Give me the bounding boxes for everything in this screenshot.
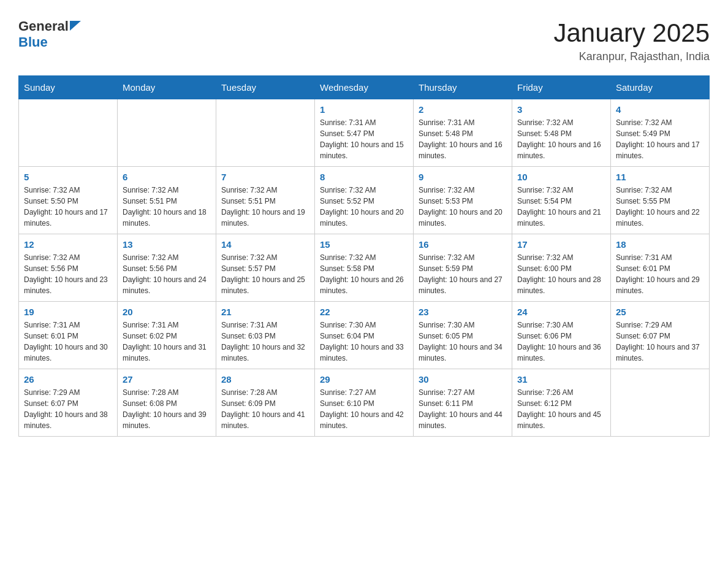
day-info: Sunrise: 7:32 AMSunset: 5:51 PMDaylight:…	[123, 185, 211, 229]
calendar-cell: 13Sunrise: 7:32 AMSunset: 5:56 PMDayligh…	[118, 234, 216, 302]
day-number: 6	[123, 172, 211, 182]
day-info: Sunrise: 7:32 AMSunset: 5:48 PMDaylight:…	[517, 117, 605, 161]
calendar-cell: 9Sunrise: 7:32 AMSunset: 5:53 PMDaylight…	[414, 167, 512, 234]
calendar-cell: 8Sunrise: 7:32 AMSunset: 5:52 PMDaylight…	[315, 167, 414, 234]
day-info: Sunrise: 7:32 AMSunset: 6:00 PMDaylight:…	[517, 252, 605, 296]
day-number: 4	[616, 104, 704, 115]
day-number: 1	[320, 104, 408, 115]
day-number: 28	[221, 374, 309, 385]
day-info: Sunrise: 7:32 AMSunset: 5:56 PMDaylight:…	[123, 252, 211, 296]
calendar-cell: 11Sunrise: 7:32 AMSunset: 5:55 PMDayligh…	[611, 167, 710, 234]
day-info: Sunrise: 7:27 AMSunset: 6:11 PMDaylight:…	[419, 387, 507, 431]
calendar-cell: 28Sunrise: 7:28 AMSunset: 6:09 PMDayligh…	[216, 369, 315, 437]
calendar-cell: 16Sunrise: 7:32 AMSunset: 5:59 PMDayligh…	[414, 234, 512, 302]
day-info: Sunrise: 7:32 AMSunset: 5:55 PMDaylight:…	[616, 185, 704, 229]
calendar-cell	[19, 99, 118, 167]
calendar-subtitle: Karanpur, Rajasthan, India	[553, 50, 710, 63]
day-number: 14	[221, 239, 309, 250]
day-of-week-header: Friday	[512, 76, 611, 99]
day-number: 13	[123, 239, 211, 250]
calendar-cell: 18Sunrise: 7:31 AMSunset: 6:01 PMDayligh…	[611, 234, 710, 302]
calendar-week-row: 5Sunrise: 7:32 AMSunset: 5:50 PMDaylight…	[19, 167, 710, 234]
day-number: 17	[517, 239, 605, 250]
calendar-cell: 6Sunrise: 7:32 AMSunset: 5:51 PMDaylight…	[118, 167, 216, 234]
page-header: General Blue January 2025 Karanpur, Raja…	[18, 18, 710, 63]
calendar-cell: 23Sunrise: 7:30 AMSunset: 6:05 PMDayligh…	[414, 302, 512, 369]
day-number: 7	[221, 172, 309, 182]
day-number: 24	[517, 307, 605, 317]
day-of-week-header: Thursday	[414, 76, 512, 99]
day-number: 21	[221, 307, 309, 317]
day-info: Sunrise: 7:31 AMSunset: 5:47 PMDaylight:…	[320, 117, 408, 161]
day-info: Sunrise: 7:31 AMSunset: 6:01 PMDaylight:…	[24, 320, 112, 364]
day-number: 25	[616, 307, 704, 317]
day-number: 30	[419, 374, 507, 385]
day-info: Sunrise: 7:31 AMSunset: 5:48 PMDaylight:…	[419, 117, 507, 161]
calendar-cell: 12Sunrise: 7:32 AMSunset: 5:56 PMDayligh…	[19, 234, 118, 302]
day-of-week-header: Sunday	[19, 76, 118, 99]
day-number: 11	[616, 172, 704, 182]
calendar-cell: 29Sunrise: 7:27 AMSunset: 6:10 PMDayligh…	[315, 369, 414, 437]
day-info: Sunrise: 7:32 AMSunset: 5:59 PMDaylight:…	[419, 252, 507, 296]
day-info: Sunrise: 7:32 AMSunset: 5:58 PMDaylight:…	[320, 252, 408, 296]
day-number: 31	[517, 374, 605, 385]
calendar-cell: 25Sunrise: 7:29 AMSunset: 6:07 PMDayligh…	[611, 302, 710, 369]
calendar-cell: 20Sunrise: 7:31 AMSunset: 6:02 PMDayligh…	[118, 302, 216, 369]
calendar-header-row: SundayMondayTuesdayWednesdayThursdayFrid…	[19, 76, 710, 99]
calendar-cell: 7Sunrise: 7:32 AMSunset: 5:51 PMDaylight…	[216, 167, 315, 234]
day-info: Sunrise: 7:31 AMSunset: 6:03 PMDaylight:…	[221, 320, 309, 364]
calendar-cell: 26Sunrise: 7:29 AMSunset: 6:07 PMDayligh…	[19, 369, 118, 437]
logo-triangle-icon	[70, 21, 81, 31]
logo: General Blue	[18, 18, 81, 50]
day-info: Sunrise: 7:30 AMSunset: 6:04 PMDaylight:…	[320, 320, 408, 364]
calendar-cell	[118, 99, 216, 167]
calendar-table: SundayMondayTuesdayWednesdayThursdayFrid…	[18, 75, 710, 437]
day-info: Sunrise: 7:32 AMSunset: 5:56 PMDaylight:…	[24, 252, 112, 296]
day-info: Sunrise: 7:29 AMSunset: 6:07 PMDaylight:…	[616, 320, 704, 364]
day-info: Sunrise: 7:32 AMSunset: 5:53 PMDaylight:…	[419, 185, 507, 229]
svg-marker-0	[70, 21, 81, 31]
day-of-week-header: Tuesday	[216, 76, 315, 99]
calendar-cell: 31Sunrise: 7:26 AMSunset: 6:12 PMDayligh…	[512, 369, 611, 437]
day-number: 27	[123, 374, 211, 385]
day-number: 3	[517, 104, 605, 115]
day-info: Sunrise: 7:29 AMSunset: 6:07 PMDaylight:…	[24, 387, 112, 431]
calendar-cell: 19Sunrise: 7:31 AMSunset: 6:01 PMDayligh…	[19, 302, 118, 369]
day-number: 20	[123, 307, 211, 317]
day-number: 19	[24, 307, 112, 317]
day-info: Sunrise: 7:26 AMSunset: 6:12 PMDaylight:…	[517, 387, 605, 431]
day-of-week-header: Saturday	[611, 76, 710, 99]
title-section: January 2025 Karanpur, Rajasthan, India	[553, 18, 710, 63]
day-number: 15	[320, 239, 408, 250]
day-number: 26	[24, 374, 112, 385]
day-number: 9	[419, 172, 507, 182]
day-number: 29	[320, 374, 408, 385]
day-info: Sunrise: 7:32 AMSunset: 5:49 PMDaylight:…	[616, 117, 704, 161]
calendar-cell: 4Sunrise: 7:32 AMSunset: 5:49 PMDaylight…	[611, 99, 710, 167]
calendar-cell: 15Sunrise: 7:32 AMSunset: 5:58 PMDayligh…	[315, 234, 414, 302]
day-number: 5	[24, 172, 112, 182]
calendar-week-row: 1Sunrise: 7:31 AMSunset: 5:47 PMDaylight…	[19, 99, 710, 167]
calendar-week-row: 26Sunrise: 7:29 AMSunset: 6:07 PMDayligh…	[19, 369, 710, 437]
calendar-week-row: 19Sunrise: 7:31 AMSunset: 6:01 PMDayligh…	[19, 302, 710, 369]
day-number: 2	[419, 104, 507, 115]
day-of-week-header: Monday	[118, 76, 216, 99]
day-of-week-header: Wednesday	[315, 76, 414, 99]
calendar-cell: 27Sunrise: 7:28 AMSunset: 6:08 PMDayligh…	[118, 369, 216, 437]
calendar-cell: 14Sunrise: 7:32 AMSunset: 5:57 PMDayligh…	[216, 234, 315, 302]
day-number: 18	[616, 239, 704, 250]
day-info: Sunrise: 7:27 AMSunset: 6:10 PMDaylight:…	[320, 387, 408, 431]
calendar-cell: 30Sunrise: 7:27 AMSunset: 6:11 PMDayligh…	[414, 369, 512, 437]
day-number: 23	[419, 307, 507, 317]
day-info: Sunrise: 7:32 AMSunset: 5:50 PMDaylight:…	[24, 185, 112, 229]
calendar-cell: 22Sunrise: 7:30 AMSunset: 6:04 PMDayligh…	[315, 302, 414, 369]
calendar-cell: 2Sunrise: 7:31 AMSunset: 5:48 PMDaylight…	[414, 99, 512, 167]
logo-blue-text: Blue	[18, 34, 48, 50]
calendar-title: January 2025	[553, 18, 710, 48]
day-number: 8	[320, 172, 408, 182]
day-info: Sunrise: 7:32 AMSunset: 5:51 PMDaylight:…	[221, 185, 309, 229]
day-info: Sunrise: 7:28 AMSunset: 6:08 PMDaylight:…	[123, 387, 211, 431]
day-info: Sunrise: 7:31 AMSunset: 6:02 PMDaylight:…	[123, 320, 211, 364]
calendar-week-row: 12Sunrise: 7:32 AMSunset: 5:56 PMDayligh…	[19, 234, 710, 302]
day-info: Sunrise: 7:32 AMSunset: 5:57 PMDaylight:…	[221, 252, 309, 296]
